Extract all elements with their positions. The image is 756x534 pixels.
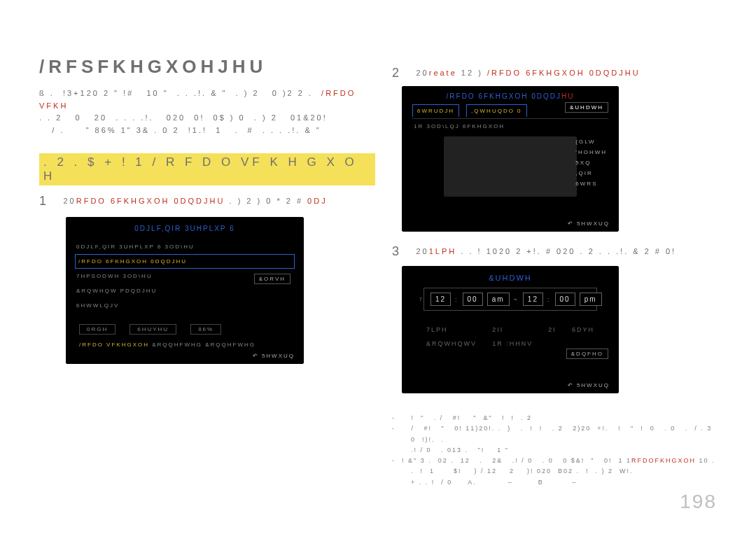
step-number: 1 <box>39 194 46 209</box>
close-button[interactable]: &ORVH <box>254 274 290 284</box>
time-start-hour[interactable]: 12 <box>430 293 451 306</box>
side-options: (GLW'HOHWH5XQ,QIR6WRS <box>575 139 607 187</box>
step-text: 20RFDO 6FKHGXOH 0DQDJHU . ) 2 ) 0 * 2 # … <box>63 197 327 205</box>
side-option[interactable]: ,QIR <box>575 170 607 176</box>
time-end-min[interactable]: 00 <box>555 293 575 306</box>
step-text: 201LPH . . ! 1020 2 +!. # 020 . 2 . . .!… <box>416 247 676 255</box>
side-option[interactable]: 'HOHWH <box>575 149 607 155</box>
manual-page: /RFSFKHGXOHJHU ß . !3+120 2 " !# 10 " . … <box>0 0 756 534</box>
tab-internal[interactable]: ,QWHUQDO 0 <box>466 104 526 117</box>
cancel-button[interactable]: &DQFHO <box>566 349 608 359</box>
return-button[interactable]: 5HWXUQ <box>568 382 610 388</box>
step-number: 3 <box>392 244 399 259</box>
create-button[interactable]: &UHDWH <box>534 104 608 117</box>
tab-bar: 6WRUDJH ,QWHUQDO 0 &UHDWH <box>402 104 618 117</box>
step-2: 2 20reate 12 ) /RFDO 6FKHGXOH 0DQDJHU <box>392 66 720 80</box>
return-button[interactable]: 5HWXUQ <box>568 220 610 227</box>
page-title: /RFSFKHGXOHJHU <box>39 56 375 78</box>
menu-item[interactable]: 0DJLF,QIR 3UHPLXP 6 3OD\HU <box>75 239 295 254</box>
val-weeks: 1R :HHNV <box>492 340 533 347</box>
time-end-hour[interactable]: 12 <box>523 293 543 306</box>
app-title: 0DJLF,QIR 3UHPLXP 6 <box>66 218 303 237</box>
return-button[interactable]: 5HWXUQ <box>253 353 295 359</box>
step-text: 20reate 12 ) /RFDO 6FKHGXOH 0DQDJHU <box>416 69 640 77</box>
time-row: 7 12 : 00 am ~ 12 : 00 pm <box>424 288 597 311</box>
val-off: 2II <box>492 326 533 333</box>
screenshot-menu: 0DJLF,QIR 3UHPLXP 6 0DJLF,QIR 3UHPLXP 6 … <box>66 217 304 364</box>
status-playlist: 1R 3OD\LQJ 6FKHGXOH <box>412 118 608 134</box>
side-option[interactable]: (GLW <box>575 139 607 145</box>
side-option[interactable]: 5XQ <box>575 160 607 166</box>
step-1: 1 20RFDO 6FKHGXOH 0DQDJHU . ) 2 ) 0 * 2 … <box>39 194 375 209</box>
intro-text: ß . !3+120 2 " !# 10 " . . .!. & " . ) 2… <box>39 87 375 136</box>
screenshot-manager: /RFDO 6FKHGXOH 0DQDJHU 6WRUDJH ,QWHUQDO … <box>402 86 619 232</box>
screenshot-create: &UHDWH 7 12 : 00 am ~ 12 : 00 pm 7LPH &R… <box>402 266 619 393</box>
side-option[interactable]: 6WRS <box>575 181 607 187</box>
time-end-ampm[interactable]: pm <box>580 293 602 306</box>
row-contents: &RQWHQWV <box>426 340 477 347</box>
notes-block: - ! " . / #! " &" ! ! . 2- / #! " 0! 11)… <box>392 413 720 488</box>
status-line: /RFDO VFKHGXOH &RQQHFWHG &RQQHFWHG <box>66 339 303 351</box>
time-start-ampm[interactable]: am <box>487 293 510 306</box>
right-column: 2 20reate 12 ) /RFDO 6FKHGXOH 0DQDJHU /R… <box>392 66 720 488</box>
left-column: /RFSFKHGXOHJHU ß . !3+120 2 " !# 10 " . … <box>39 56 375 364</box>
step-number: 2 <box>392 66 399 80</box>
create-title: &UHDWH <box>402 267 618 288</box>
val-of: 2I <box>548 326 556 333</box>
val-save: 6DYH <box>572 326 594 333</box>
tab-storage[interactable]: 6WRUDJH <box>412 104 459 117</box>
option-grid: 7LPH &RQWHQWV 2II 1R :HHNV 2I 6DYH <box>426 326 594 347</box>
page-number: 198 <box>680 491 717 513</box>
menu-item[interactable]: &RQWHQW PDQDJHU <box>75 283 295 298</box>
mode-row: 0RGH6HUYHU86% <box>66 320 303 339</box>
preview-area <box>444 136 578 197</box>
step-3: 3 201LPH . . ! 1020 2 +!. # 020 . 2 . . … <box>392 244 720 259</box>
time-start-min[interactable]: 00 <box>463 293 483 306</box>
menu-item[interactable]: 6HWWLQJV <box>75 298 295 313</box>
row-time: 7LPH <box>426 326 477 333</box>
section-heading: . 2 . $ + ! 1 / R F D O VF K H G X O H <box>39 153 375 185</box>
menu-item[interactable]: /RFDO 6FKHGXOH 0DQDJHU <box>75 254 295 269</box>
